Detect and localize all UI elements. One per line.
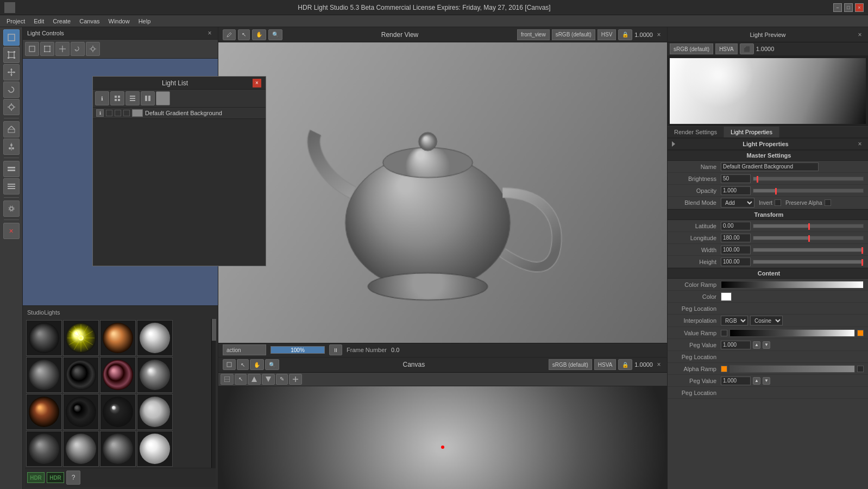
peg-value-1-down[interactable]: ▼ <box>763 341 770 349</box>
prop-select-interpolation-2[interactable]: Cosine Linear <box>750 316 783 325</box>
menu-edit[interactable]: Edit <box>29 17 48 26</box>
studio-light-item[interactable] <box>26 394 62 430</box>
render-canvas[interactable] <box>218 42 667 343</box>
close-button[interactable]: × <box>855 3 864 12</box>
canvas-btn-1[interactable] <box>223 359 236 370</box>
canvas-close[interactable]: × <box>655 361 663 368</box>
tool-pencil[interactable] <box>3 121 20 137</box>
prop-input-longitude[interactable] <box>721 234 751 242</box>
tool-transform[interactable] <box>3 47 20 63</box>
preview-color-space[interactable]: sRGB (default) <box>670 43 713 54</box>
render-color-model[interactable]: HSV <box>597 29 617 40</box>
maximize-button[interactable]: □ <box>844 3 853 12</box>
light-preview-close[interactable]: × <box>856 31 864 39</box>
peg-value-2-up[interactable]: ▲ <box>753 377 760 385</box>
light-controls-close[interactable]: × <box>206 29 213 37</box>
studio-light-item[interactable] <box>26 431 62 467</box>
studio-light-item[interactable] <box>100 431 136 467</box>
prop-input-name[interactable] <box>721 162 819 171</box>
tool-gear[interactable] <box>3 200 20 217</box>
opacity-slider[interactable] <box>753 189 864 193</box>
light-item-visibility-1[interactable] <box>106 110 112 116</box>
canvas-render-area[interactable] <box>218 386 667 489</box>
value-ramp-checkbox-left[interactable] <box>721 330 727 336</box>
prop-input-height[interactable] <box>721 258 751 266</box>
prop-input-latitude[interactable] <box>721 222 751 230</box>
preview-color-model[interactable]: HSVA <box>715 43 738 54</box>
preserve-alpha-checkbox[interactable] <box>825 199 831 206</box>
ctrl-sun[interactable] <box>86 42 100 56</box>
canvas-lock-btn[interactable]: 🔒 <box>618 359 632 370</box>
light-item-visibility-3[interactable] <box>123 110 130 116</box>
menu-help[interactable]: Help <box>134 17 155 26</box>
prop-select-interpolation-1[interactable]: RGB HSV <box>721 316 748 325</box>
canvas-tool-4[interactable] <box>262 374 275 385</box>
render-hand-btn[interactable]: ✋ <box>252 29 266 40</box>
prop-input-peg-value-1[interactable] <box>721 341 751 349</box>
light-list-grid3-btn[interactable] <box>141 91 155 105</box>
prop-select-blend-mode[interactable]: Add Multiply Screen <box>721 198 754 208</box>
tab-light-properties[interactable]: Light Properties <box>724 127 779 137</box>
canvas-btn-3[interactable]: ✋ <box>250 359 264 370</box>
alpha-ramp-widget[interactable] <box>729 365 855 373</box>
studio-light-item[interactable] <box>63 320 99 356</box>
tool-light[interactable] <box>3 99 20 115</box>
studio-light-item[interactable] <box>63 394 99 430</box>
studio-light-item[interactable] <box>100 394 136 430</box>
prop-input-brightness[interactable] <box>721 174 751 183</box>
canvas-color-space[interactable]: sRGB (default) <box>549 359 592 370</box>
menu-canvas[interactable]: Canvas <box>75 17 104 26</box>
ctrl-transform[interactable] <box>40 42 54 56</box>
ctrl-select[interactable] <box>25 42 39 56</box>
studio-light-item[interactable] <box>137 394 173 430</box>
render-pencil-btn[interactable] <box>223 29 236 40</box>
canvas-tool-3[interactable] <box>248 374 261 385</box>
menu-project[interactable]: Project <box>2 17 29 26</box>
menu-window[interactable]: Window <box>104 17 134 26</box>
studio-light-item[interactable] <box>137 431 173 467</box>
tab-render-settings[interactable]: Render Settings <box>668 127 724 137</box>
longitude-slider[interactable] <box>753 236 864 240</box>
prop-input-width[interactable] <box>721 246 751 254</box>
light-properties-close[interactable]: × <box>856 140 864 148</box>
height-slider[interactable] <box>753 260 864 264</box>
render-action-dropdown[interactable]: action <box>223 344 266 355</box>
canvas-tool-6[interactable] <box>289 374 302 385</box>
width-slider[interactable] <box>753 248 864 252</box>
alpha-ramp-checkbox-left[interactable] <box>721 366 727 372</box>
render-close[interactable]: × <box>655 31 663 39</box>
canvas-btn-2[interactable]: ↖ <box>237 359 249 370</box>
studio-light-item[interactable] <box>63 431 99 467</box>
canvas-color-model[interactable]: HSVA <box>594 359 617 370</box>
studio-light-item[interactable] <box>100 357 136 393</box>
canvas-tool-1[interactable] <box>221 374 234 385</box>
render-pause-btn[interactable]: ⏸ <box>329 344 342 355</box>
value-ramp-checkbox-right[interactable] <box>857 330 864 336</box>
canvas-btn-4[interactable]: 🔍 <box>265 359 279 370</box>
studio-lights-scrollbar-thumb[interactable] <box>212 319 216 341</box>
render-view-mode[interactable]: front_view <box>517 29 550 40</box>
light-list-grid2-btn[interactable] <box>125 91 140 105</box>
light-list-color-btn[interactable] <box>156 91 170 105</box>
render-zoom-btn[interactable]: 🔍 <box>268 29 282 40</box>
studio-light-item[interactable] <box>26 357 62 393</box>
studio-light-item[interactable] <box>26 320 62 356</box>
menu-create[interactable]: Create <box>48 17 75 26</box>
light-item-visibility-2[interactable] <box>115 110 121 116</box>
light-list-info-btn[interactable]: ℹ <box>95 91 109 105</box>
invert-checkbox[interactable] <box>775 199 781 206</box>
hdr-button-1[interactable]: HDR <box>27 472 45 483</box>
render-lock-btn[interactable]: 🔒 <box>618 29 632 40</box>
brightness-slider[interactable] <box>753 177 864 181</box>
alpha-ramp-checkbox-right[interactable] <box>857 366 864 372</box>
preview-lock-btn[interactable]: ⬛ <box>740 43 754 54</box>
studio-light-item[interactable] <box>137 357 173 393</box>
color-ramp-widget[interactable] <box>721 281 864 289</box>
hdr-button-2[interactable]: HDR <box>47 472 64 483</box>
tool-move[interactable] <box>3 64 20 80</box>
canvas-tool-5[interactable]: ✎ <box>276 374 288 385</box>
studio-light-item[interactable] <box>137 320 173 356</box>
canvas-tool-2[interactable]: ↖ <box>235 374 247 385</box>
tool-bar1[interactable] <box>3 161 20 177</box>
tool-rotate[interactable] <box>3 82 20 98</box>
